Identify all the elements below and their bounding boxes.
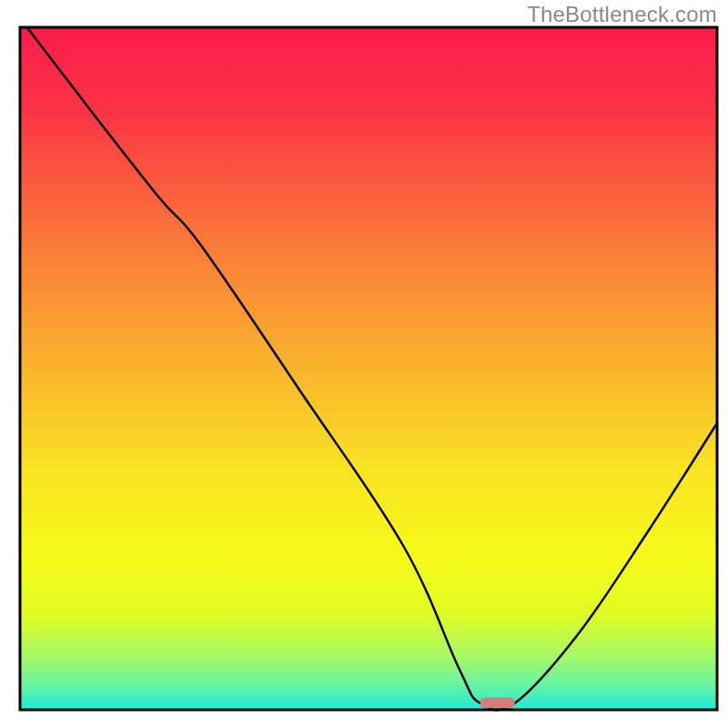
bottleneck-chart [0,0,728,728]
watermark-text: TheBottleneck.com [527,2,717,27]
optimal-marker [480,698,515,709]
chart-container: TheBottleneck.com [0,0,728,728]
plot-background [20,27,717,710]
